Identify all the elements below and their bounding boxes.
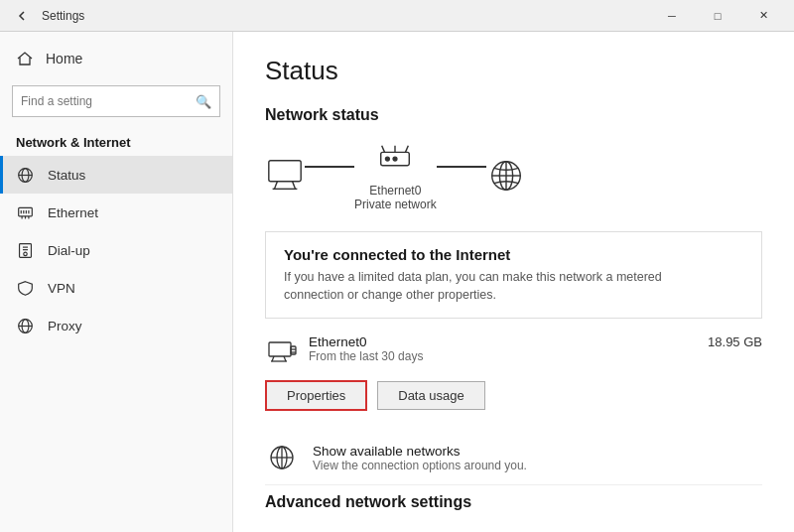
connected-title: You're connected to the Internet — [284, 246, 743, 263]
net-line-2 — [437, 166, 486, 168]
vpn-icon — [16, 279, 34, 297]
search-icon: 🔍 — [196, 94, 211, 109]
ethernet-size: 18.95 GB — [708, 334, 762, 349]
show-networks-text: Show available networks View the connect… — [313, 444, 527, 472]
ethernet-info: Ethernet0 From the last 30 days — [309, 334, 698, 363]
proxy-icon — [16, 317, 34, 334]
svg-rect-32 — [269, 342, 291, 356]
connected-box: You're connected to the Internet If you … — [265, 231, 762, 319]
maximize-button[interactable]: □ — [695, 0, 740, 32]
connected-desc: If you have a limited data plan, you can… — [284, 269, 701, 304]
titlebar: Settings ─ □ ✕ — [0, 0, 794, 32]
data-usage-button[interactable]: Data usage — [377, 381, 485, 410]
home-icon — [16, 50, 34, 67]
sidebar-item-vpn[interactable]: VPN — [0, 269, 232, 307]
sidebar-dialup-label: Dial-up — [48, 243, 90, 258]
main-content: Status Network status — [233, 32, 794, 532]
network-status-title: Network status — [265, 106, 762, 124]
sidebar: Home 🔍 Network & Internet Status — [0, 32, 233, 532]
ethernet-from: From the last 30 days — [309, 349, 698, 363]
ethernet-row-icon — [265, 334, 299, 368]
pc-icon — [265, 156, 305, 196]
search-input[interactable] — [21, 94, 190, 108]
sidebar-proxy-label: Proxy — [48, 319, 82, 333]
ethernet0-label: Ethernet0 — [354, 184, 437, 198]
show-networks-icon — [265, 441, 299, 474]
sidebar-item-dialup[interactable]: Dial-up — [0, 231, 232, 269]
sidebar-vpn-label: VPN — [48, 281, 75, 296]
sidebar-item-home[interactable]: Home — [0, 40, 232, 77]
minimize-button[interactable]: ─ — [649, 0, 695, 32]
page-title: Status — [265, 56, 762, 86]
svg-point-27 — [393, 157, 397, 161]
svg-point-26 — [386, 157, 390, 161]
titlebar-title: Settings — [42, 9, 649, 23]
back-button[interactable] — [8, 2, 36, 30]
router-label: Ethernet0 Private network — [354, 184, 437, 211]
network-diagram: Ethernet0 Private network — [265, 140, 762, 211]
button-row: Properties Data usage — [265, 380, 762, 411]
show-networks-item[interactable]: Show available networks View the connect… — [265, 431, 762, 485]
properties-button[interactable]: Properties — [265, 380, 367, 411]
svg-line-34 — [284, 356, 286, 361]
sidebar-item-status[interactable]: Status — [0, 156, 232, 194]
svg-line-25 — [406, 146, 409, 153]
sidebar-ethernet-label: Ethernet — [48, 205, 98, 220]
svg-line-33 — [272, 356, 274, 361]
sidebar-item-ethernet[interactable]: Ethernet — [0, 194, 232, 231]
dialup-icon — [16, 241, 34, 259]
search-box[interactable]: 🔍 — [12, 85, 220, 117]
sidebar-item-proxy[interactable]: Proxy — [0, 307, 232, 344]
sidebar-status-label: Status — [48, 168, 85, 183]
svg-point-12 — [23, 252, 26, 255]
svg-line-19 — [275, 182, 278, 190]
net-line-1 — [305, 166, 354, 168]
svg-rect-18 — [269, 161, 301, 182]
svg-line-20 — [293, 182, 296, 190]
change-adapter-item[interactable]: Change adapter options View network adap… — [265, 527, 762, 532]
ethernet-row: Ethernet0 From the last 30 days 18.95 GB — [265, 334, 762, 368]
sidebar-section-title: Network & Internet — [0, 125, 232, 156]
close-button[interactable]: ✕ — [740, 0, 786, 32]
private-network-label: Private network — [354, 198, 437, 211]
svg-rect-36 — [291, 346, 296, 354]
globe-icon — [486, 156, 526, 196]
home-label: Home — [46, 51, 82, 66]
svg-line-23 — [382, 146, 385, 153]
router-icon: Ethernet0 Private network — [354, 140, 437, 211]
show-networks-sub: View the connection options around you. — [313, 459, 527, 472]
show-networks-title: Show available networks — [313, 444, 527, 459]
ethernet-name: Ethernet0 — [309, 334, 698, 349]
advanced-title: Advanced network settings — [265, 493, 762, 511]
window-controls: ─ □ ✕ — [649, 0, 786, 32]
status-icon — [16, 166, 34, 184]
advanced-section: Advanced network settings Change adapter… — [265, 493, 762, 532]
ethernet-icon — [16, 203, 34, 221]
app-container: Home 🔍 Network & Internet Status — [0, 32, 794, 532]
